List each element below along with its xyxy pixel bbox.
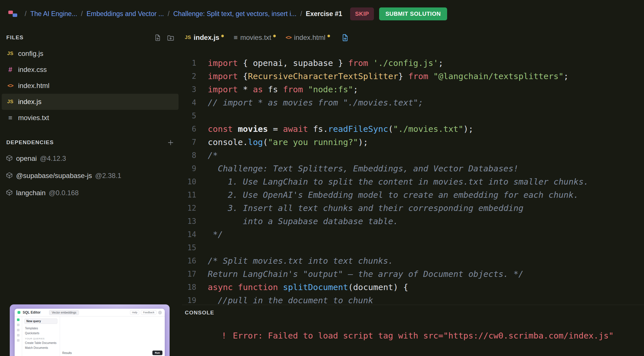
code-line: 6const movies = await fs.readFileSync(".… <box>182 122 644 136</box>
new-folder-icon[interactable] <box>167 34 174 42</box>
code-line: 5 <box>182 109 644 122</box>
preview-sidebar-item: Match Documents <box>24 345 57 350</box>
preview-sidebar-item: Quickstarts <box>24 331 57 336</box>
line-content: 1. Use LangChain to split the content in… <box>208 175 589 188</box>
unsaved-indicator <box>221 35 224 37</box>
dependency-version: @0.0.168 <box>49 189 79 197</box>
breadcrumb-separator: / <box>168 10 169 18</box>
line-number: 4 <box>182 96 196 109</box>
preview-window: SQL Editor Vector embeddings Help Feedba… <box>15 309 165 356</box>
code-line: 13 into a Supabase database table. <box>182 215 644 228</box>
submit-solution-button[interactable]: SUBMIT SOLUTION <box>379 7 447 20</box>
sidebar: FILES JSconfig.js#index.css<>index.htmlJ… <box>0 28 182 356</box>
line-number: 6 <box>182 122 196 136</box>
line-content: 2. Use OpenAI's Embedding model to creat… <box>208 188 579 202</box>
line-number: 13 <box>182 215 196 228</box>
line-content: Return LangChain's "output" – the array … <box>208 267 523 281</box>
code-editor[interactable]: 1import { openai, supabase } from './con… <box>182 47 644 307</box>
breadcrumb-link[interactable]: Challenge: Split text, get vectors, inse… <box>173 10 297 18</box>
preview-help-button: Help <box>130 310 139 315</box>
new-tab-file-icon[interactable] <box>341 34 349 42</box>
package-icon <box>6 172 13 180</box>
line-number: 18 <box>182 281 196 294</box>
code-line: 4// import * as movies from "./movies.te… <box>182 96 644 109</box>
txt-file-icon: ≡ <box>6 114 14 122</box>
tab-index.html[interactable]: <>index.html <box>286 34 330 42</box>
file-name: config.js <box>18 50 43 58</box>
line-number: 9 <box>182 162 196 175</box>
line-number: 16 <box>182 254 196 267</box>
new-file-icon[interactable] <box>154 34 162 42</box>
editor-pane: JSindex.js≡movies.txt<>index.html 1impor… <box>182 28 644 305</box>
txt-file-icon: ≡ <box>234 34 238 42</box>
breadcrumb-link[interactable]: Embeddings and Vector ... <box>86 10 164 18</box>
line-content: Challenge: Text Splitters, Embeddings, a… <box>208 162 519 175</box>
preview-nav-rail <box>15 316 22 356</box>
preview-titlebar: SQL Editor Vector embeddings Help Feedba… <box>15 309 165 316</box>
code-line: 15 <box>182 241 644 254</box>
console-header: CONSOLE <box>185 310 644 316</box>
file-item-config.js[interactable]: JSconfig.js <box>0 46 182 62</box>
preview-avatar <box>158 311 162 314</box>
code-line: 10 1. Use LangChain to split the content… <box>182 175 644 188</box>
tab-label: index.js <box>194 34 219 42</box>
dependency-version: @4.12.3 <box>40 154 66 163</box>
add-dependency-icon[interactable] <box>167 139 174 146</box>
tab-index.js[interactable]: JSindex.js <box>185 34 224 42</box>
preview-results-label: Results <box>62 351 72 355</box>
breadcrumb-current: Exercise #1 <box>306 10 342 18</box>
skip-button[interactable]: SKIP <box>350 7 374 20</box>
file-item-index.css[interactable]: #index.css <box>0 62 182 78</box>
tab-bar: JSindex.js≡movies.txt<>index.html <box>182 28 644 47</box>
files-header-label: FILES <box>6 34 24 41</box>
code-line: 3import * as fs from "node:fs"; <box>182 83 644 96</box>
line-content: /* Split movies.txt into text chunks. <box>208 254 393 267</box>
app-root: /The AI Engine.../Embeddings and Vector … <box>0 0 644 356</box>
breadcrumb-separator: / <box>300 10 302 18</box>
tab-label: index.html <box>294 34 325 42</box>
line-content: console.log("are you running?"); <box>208 136 368 149</box>
dependency-list: openai@4.12.3@supabase/supabase-js@2.38.… <box>0 150 182 202</box>
preview-sidebar-section: Your queries <box>25 337 57 340</box>
breadcrumb-separator: / <box>81 10 83 18</box>
console-panel: CONSOLE !Error: Failed to load script ta… <box>182 305 644 356</box>
error-message: Error: Failed to load script tag with sr… <box>233 331 614 341</box>
line-number: 7 <box>182 136 196 149</box>
preview-main: Results Run <box>60 316 165 356</box>
dependencies-panel-header: DEPENDENCIES <box>6 138 174 146</box>
line-number: 5 <box>182 109 196 122</box>
tab-movies.txt[interactable]: ≡movies.txt <box>234 34 276 42</box>
html-file-icon: <> <box>6 83 14 89</box>
dependency-name: langchain <box>16 189 46 197</box>
file-item-index.html[interactable]: <>index.html <box>0 78 182 94</box>
js-file-icon: JS <box>6 51 14 56</box>
files-panel-header: FILES <box>6 34 174 42</box>
line-content: into a Supabase database table. <box>208 215 398 228</box>
line-number: 14 <box>182 228 196 241</box>
preview-sidebar-item: Create Table Documents <box>24 341 57 345</box>
code-line: 2import {RecursiveCharacterTextSplitter}… <box>182 70 644 83</box>
breadcrumb: /The AI Engine.../Embeddings and Vector … <box>21 10 342 18</box>
scrimba-logo[interactable] <box>8 10 19 18</box>
preview-window-title: SQL Editor <box>23 310 40 314</box>
preview-sidebar: New query Templates Quickstarts Your que… <box>22 316 60 356</box>
dependency-item-langchain[interactable]: langchain@0.0.168 <box>0 184 182 202</box>
code-line: 11 2. Use OpenAI's Embedding model to cr… <box>182 188 644 202</box>
line-content: async function splitDocument(document) { <box>208 281 408 294</box>
code-line: 17Return LangChain's "output" – the arra… <box>182 267 644 281</box>
unsaved-indicator <box>327 35 330 37</box>
line-content: */ <box>208 228 223 241</box>
preview-thumbnail[interactable]: SQL Editor Vector embeddings Help Feedba… <box>10 304 170 356</box>
package-icon <box>6 154 13 163</box>
file-item-movies.txt[interactable]: ≡movies.txt <box>0 110 182 126</box>
code-line: 9 Challenge: Text Splitters, Embeddings,… <box>182 162 644 175</box>
dependency-item-openai[interactable]: openai@4.12.3 <box>0 150 182 167</box>
logo-shape-pink <box>8 11 13 14</box>
line-content: const movies = await fs.readFileSync("./… <box>208 122 473 136</box>
file-item-index.js[interactable]: JSindex.js <box>2 94 179 110</box>
console-error: !Error: Failed to load script tag with s… <box>191 321 644 350</box>
line-number: 17 <box>182 267 196 281</box>
line-number: 15 <box>182 241 196 254</box>
breadcrumb-link[interactable]: The AI Engine... <box>30 10 77 18</box>
dependency-item-@supabase/supabase-js[interactable]: @supabase/supabase-js@2.38.1 <box>0 167 182 184</box>
